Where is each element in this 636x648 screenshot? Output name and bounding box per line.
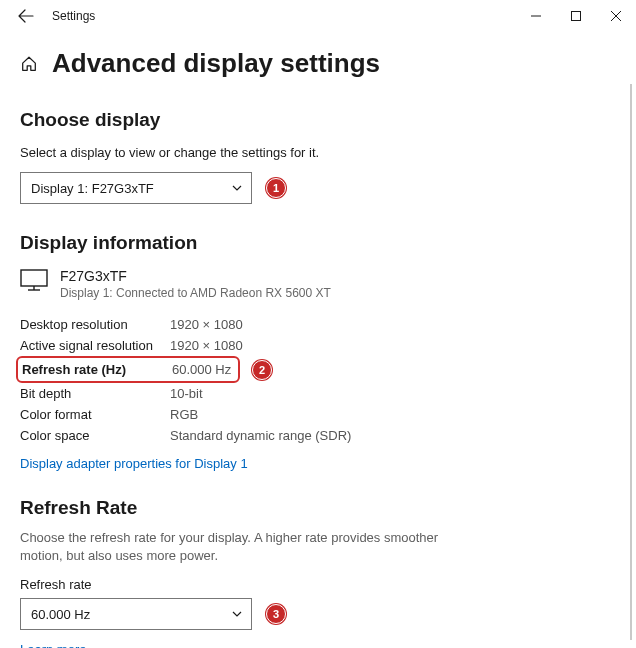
adapter-properties-link[interactable]: Display adapter properties for Display 1 — [20, 456, 248, 471]
maximize-button[interactable] — [556, 0, 596, 32]
color-space-value: Standard dynamic range (SDR) — [170, 425, 370, 446]
refresh-rate-field-label: Refresh rate — [20, 577, 616, 592]
active-res-value: 1920 × 1080 — [170, 335, 370, 356]
display-select-value: Display 1: F27G3xTF — [31, 181, 154, 196]
refresh-rate-select-value: 60.000 Hz — [31, 607, 90, 622]
svg-rect-2 — [21, 270, 47, 286]
refresh-rate-heading: Refresh Rate — [20, 497, 616, 519]
display-select[interactable]: Display 1: F27G3xTF — [20, 172, 252, 204]
choose-display-helper: Select a display to view or change the s… — [20, 145, 616, 160]
window-controls — [516, 0, 636, 32]
refresh-rate-value: 60.000 Hz — [172, 359, 238, 380]
color-space-label: Color space — [20, 425, 170, 446]
app-title: Settings — [52, 9, 95, 23]
bit-depth-label: Bit depth — [20, 383, 170, 404]
page-header: Advanced display settings — [20, 48, 616, 79]
display-info-table: Desktop resolution 1920 × 1080 Active si… — [20, 314, 616, 446]
display-summary: F27G3xTF Display 1: Connected to AMD Rad… — [20, 268, 616, 300]
chevron-down-icon — [231, 182, 243, 194]
choose-display-heading: Choose display — [20, 109, 616, 131]
back-button[interactable] — [16, 6, 36, 26]
display-subtitle: Display 1: Connected to AMD Radeon RX 56… — [60, 286, 331, 300]
learn-more-link[interactable]: Learn more — [20, 642, 86, 648]
refresh-rate-select[interactable]: 60.000 Hz — [20, 598, 252, 630]
close-button[interactable] — [596, 0, 636, 32]
callout-3: 3 — [266, 604, 286, 624]
callout-1: 1 — [266, 178, 286, 198]
home-icon[interactable] — [20, 55, 38, 73]
display-info-heading: Display information — [20, 232, 616, 254]
callout-2: 2 — [252, 360, 272, 380]
bit-depth-value: 10-bit — [170, 383, 370, 404]
page-title: Advanced display settings — [52, 48, 380, 79]
svg-rect-1 — [572, 12, 581, 21]
minimize-button[interactable] — [516, 0, 556, 32]
refresh-rate-label: Refresh rate (Hz) — [22, 359, 172, 380]
active-res-label: Active signal resolution — [20, 335, 170, 356]
scrollbar[interactable] — [630, 84, 632, 640]
refresh-rate-row-highlight: Refresh rate (Hz) 60.000 Hz — [16, 356, 240, 383]
color-format-label: Color format — [20, 404, 170, 425]
chevron-down-icon — [231, 608, 243, 620]
minimize-icon — [531, 11, 541, 21]
desktop-res-label: Desktop resolution — [20, 314, 170, 335]
maximize-icon — [571, 11, 581, 21]
arrow-left-icon — [18, 8, 34, 24]
refresh-rate-helper: Choose the refresh rate for your display… — [20, 529, 440, 565]
display-name: F27G3xTF — [60, 268, 331, 284]
desktop-res-value: 1920 × 1080 — [170, 314, 370, 335]
color-format-value: RGB — [170, 404, 370, 425]
close-icon — [611, 11, 621, 21]
monitor-icon — [20, 268, 48, 292]
